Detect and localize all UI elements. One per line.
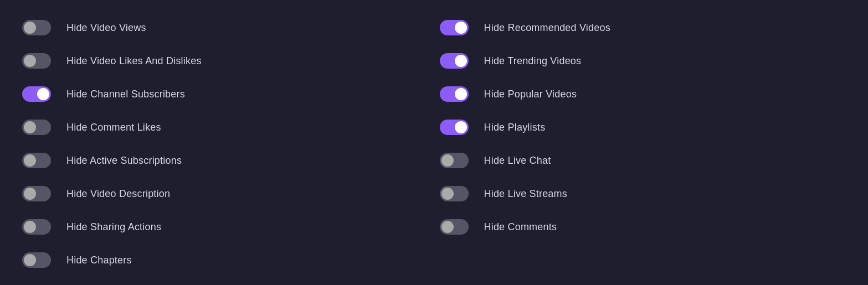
setting-label-hide-trending-videos: Hide Trending Videos — [484, 55, 582, 67]
toggle-knob-hide-chapters — [24, 254, 36, 266]
toggle-knob-hide-channel-subscribers — [37, 88, 49, 100]
setting-label-hide-popular-videos: Hide Popular Videos — [484, 89, 577, 100]
setting-label-hide-active-subscriptions: Hide Active Subscriptions — [66, 155, 182, 167]
toggle-knob-hide-video-likes-dislikes — [24, 55, 36, 67]
setting-row-hide-chapters: Hide Chapters — [17, 243, 434, 277]
toggle-knob-hide-popular-videos — [455, 88, 467, 100]
toggle-hide-live-streams[interactable] — [440, 186, 469, 201]
toggle-hide-trending-videos[interactable] — [440, 53, 469, 69]
toggle-hide-video-likes-dislikes[interactable] — [22, 53, 51, 69]
setting-row-hide-playlists: Hide Playlists — [434, 111, 852, 144]
setting-label-hide-sharing-actions: Hide Sharing Actions — [66, 221, 161, 233]
setting-row-hide-comments: Hide Comments — [434, 210, 852, 243]
toggle-hide-playlists[interactable] — [440, 120, 469, 135]
toggle-hide-active-subscriptions[interactable] — [22, 153, 51, 168]
toggle-knob-hide-video-views — [24, 22, 36, 34]
toggle-hide-video-views[interactable] — [22, 20, 51, 35]
toggle-knob-hide-sharing-actions — [24, 221, 36, 233]
setting-row-hide-trending-videos: Hide Trending Videos — [434, 44, 852, 77]
setting-label-hide-chapters: Hide Chapters — [66, 255, 132, 266]
right-column: Hide Recommended VideosHide Trending Vid… — [434, 11, 852, 277]
toggle-knob-hide-live-chat — [441, 154, 454, 167]
setting-row-hide-video-description: Hide Video Description — [17, 177, 434, 210]
setting-row-hide-video-likes-dislikes: Hide Video Likes And Dislikes — [17, 44, 434, 77]
settings-grid: Hide Video ViewsHide Video Likes And Dis… — [17, 11, 851, 277]
toggle-knob-hide-recommended-videos — [455, 22, 467, 34]
setting-label-hide-comment-likes: Hide Comment Likes — [66, 122, 161, 133]
setting-row-hide-recommended-videos: Hide Recommended Videos — [434, 11, 852, 44]
setting-row-hide-live-streams: Hide Live Streams — [434, 177, 852, 210]
setting-label-hide-recommended-videos: Hide Recommended Videos — [484, 22, 610, 34]
setting-label-hide-live-streams: Hide Live Streams — [484, 188, 567, 200]
setting-label-hide-video-description: Hide Video Description — [66, 188, 170, 200]
setting-label-hide-video-likes-dislikes: Hide Video Likes And Dislikes — [66, 55, 202, 67]
toggle-knob-hide-active-subscriptions — [24, 154, 36, 167]
setting-row-hide-live-chat: Hide Live Chat — [434, 144, 852, 177]
toggle-knob-hide-trending-videos — [455, 55, 467, 67]
toggle-hide-live-chat[interactable] — [440, 153, 469, 168]
setting-row-hide-comment-likes: Hide Comment Likes — [17, 111, 434, 144]
toggle-hide-chapters[interactable] — [22, 252, 51, 268]
toggle-knob-hide-comment-likes — [24, 121, 36, 133]
toggle-knob-hide-video-description — [24, 188, 36, 200]
left-column: Hide Video ViewsHide Video Likes And Dis… — [17, 11, 434, 277]
toggle-hide-channel-subscribers[interactable] — [22, 86, 51, 102]
setting-row-hide-video-views: Hide Video Views — [17, 11, 434, 44]
setting-row-hide-channel-subscribers: Hide Channel Subscribers — [17, 77, 434, 111]
toggle-knob-hide-live-streams — [441, 188, 454, 200]
toggle-hide-comment-likes[interactable] — [22, 120, 51, 135]
setting-row-hide-active-subscriptions: Hide Active Subscriptions — [17, 144, 434, 177]
setting-label-hide-channel-subscribers: Hide Channel Subscribers — [66, 89, 185, 100]
toggle-hide-sharing-actions[interactable] — [22, 219, 51, 235]
toggle-knob-hide-playlists — [455, 121, 467, 133]
setting-row-hide-sharing-actions: Hide Sharing Actions — [17, 210, 434, 243]
toggle-hide-video-description[interactable] — [22, 186, 51, 201]
setting-row-hide-popular-videos: Hide Popular Videos — [434, 77, 852, 111]
toggle-hide-popular-videos[interactable] — [440, 86, 469, 102]
setting-label-hide-video-views: Hide Video Views — [66, 22, 146, 34]
setting-label-hide-live-chat: Hide Live Chat — [484, 155, 551, 167]
toggle-hide-recommended-videos[interactable] — [440, 20, 469, 35]
setting-label-hide-comments: Hide Comments — [484, 221, 557, 233]
toggle-knob-hide-comments — [441, 221, 454, 233]
setting-label-hide-playlists: Hide Playlists — [484, 122, 546, 133]
toggle-hide-comments[interactable] — [440, 219, 469, 235]
